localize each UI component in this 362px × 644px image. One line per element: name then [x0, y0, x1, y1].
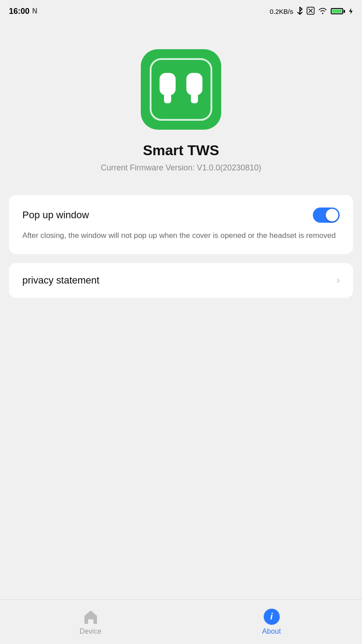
popup-description: After closing, the window will not pop u…	[22, 230, 340, 242]
device-nav-label: Device	[80, 627, 101, 636]
app-icon-inner	[150, 58, 212, 121]
popup-toggle-row: Pop up window	[22, 208, 340, 223]
status-right: 0.2KB/s	[269, 7, 353, 16]
firmware-version: Current Firmware Version: V1.0.0(2023081…	[101, 163, 261, 173]
wifi-icon	[318, 7, 327, 16]
status-bar: 16:00 N 0.2KB/s	[0, 0, 362, 22]
bluetooth-icon	[297, 7, 303, 16]
network-icon: N	[32, 7, 38, 15]
charging-icon	[349, 8, 353, 15]
svg-rect-5	[186, 73, 202, 95]
popup-window-card: Pop up window After closing, the window …	[9, 195, 353, 254]
privacy-label: privacy statement	[22, 275, 99, 286]
popup-label: Pop up window	[22, 209, 89, 221]
status-left: 16:00 N	[9, 7, 38, 16]
about-nav-icon: i	[264, 609, 280, 625]
battery-icon	[331, 8, 345, 14]
main-content: Smart TWS Current Firmware Version: V1.0…	[0, 22, 362, 599]
chevron-right-icon: ›	[337, 275, 340, 286]
toggle-knob	[326, 209, 338, 221]
about-nav-label: About	[262, 627, 281, 636]
device-nav-icon	[83, 609, 99, 625]
earphones-illustration	[154, 65, 208, 114]
svg-rect-3	[160, 73, 176, 95]
privacy-row[interactable]: privacy statement ›	[9, 263, 353, 298]
close-icon	[307, 7, 315, 16]
popup-toggle[interactable]	[313, 208, 340, 223]
nav-device[interactable]: Device	[68, 609, 113, 636]
privacy-statement-card: privacy statement ›	[9, 263, 353, 298]
svg-rect-4	[164, 93, 171, 103]
app-name: Smart TWS	[143, 142, 219, 159]
data-speed: 0.2KB/s	[269, 8, 293, 15]
svg-rect-6	[191, 93, 198, 103]
app-icon	[141, 49, 221, 130]
bottom-nav: Device i About	[0, 599, 362, 644]
status-time: 16:00	[9, 7, 29, 16]
info-icon: i	[264, 609, 280, 625]
home-icon	[83, 609, 99, 625]
nav-about[interactable]: i About	[249, 609, 294, 636]
